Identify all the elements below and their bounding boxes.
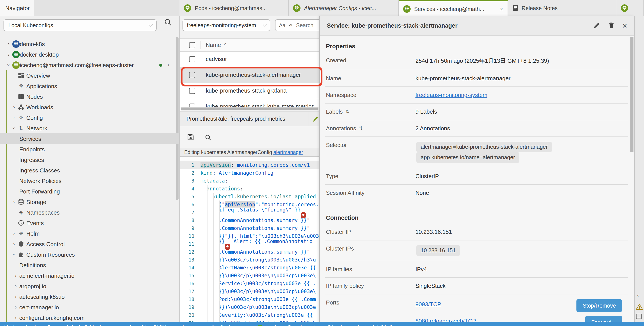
- sidebar-item-custom-resources[interactable]: ›Custom Resources: [0, 249, 180, 260]
- warning-icon[interactable]: [636, 304, 643, 312]
- chevron-right-icon[interactable]: ›: [13, 304, 18, 310]
- edit-icon[interactable]: [312, 116, 319, 124]
- sidebar-item-icecheng-mathmast-com-freeleaps-cluster[interactable]: ›☸icecheng@mathmast.com@freeleaps-cluste…: [0, 60, 180, 70]
- chevron-right-icon[interactable]: ›: [13, 315, 18, 320]
- sidebar-item-network-policies[interactable]: Network Policies: [0, 176, 180, 186]
- table-row-kube-prometheus-stack-grafana[interactable]: kube-prometheus-stack-grafana: [180, 83, 320, 99]
- chevron-right-icon[interactable]: ›: [12, 241, 17, 246]
- chevron-right-icon[interactable]: ›: [12, 104, 17, 110]
- horizontal-scrollbar-thumb[interactable]: [181, 108, 318, 110]
- active-cluster-status[interactable]: ☸ icecheng@mathmast.com@freeleaps-cluste…: [257, 324, 393, 326]
- alertmanager-config-link[interactable]: alertmanager: [273, 150, 303, 155]
- row-checkbox[interactable]: [189, 88, 195, 94]
- tab-release-notes[interactable]: Release Notes: [508, 0, 616, 16]
- sidebar-item-configuration-konghq-com[interactable]: ›configuration.konghq.com: [0, 312, 180, 323]
- sidebar-item-namespaces[interactable]: ◈Namespaces: [0, 207, 180, 218]
- sidebar-item-applications[interactable]: ❖Applications: [0, 81, 180, 91]
- sidebar-item-autoscaling-k8s-io[interactable]: ›autoscaling.k8s.io: [0, 291, 180, 302]
- sidebar-item-access-control[interactable]: ›Access Control: [0, 239, 180, 249]
- sidebar-item-config[interactable]: ›⚙Config: [0, 112, 180, 123]
- chevron-right-icon[interactable]: ›: [12, 231, 17, 236]
- chevron-down-icon[interactable]: ›: [12, 252, 17, 257]
- select-all-checkbox[interactable]: [189, 42, 195, 48]
- sidebar-item-docker-desktop[interactable]: ›☸docker-desktop: [0, 49, 180, 60]
- match-case-icon[interactable]: Aa: [279, 22, 285, 28]
- sidebar-item-overview[interactable]: Overview: [0, 70, 180, 81]
- sidebar-item-events[interactable]: Events: [0, 218, 180, 228]
- regex-icon[interactable]: ▪*: [288, 22, 292, 28]
- tab-close-icon[interactable]: ×: [500, 6, 503, 12]
- namespace-select[interactable]: freeleaps-monitoring-system: [182, 19, 270, 31]
- yaml-editor[interactable]: 1apiVersion: monitoring.coreos.com/v12ki…: [180, 161, 320, 326]
- kubernetes-icon: ☸: [12, 40, 20, 48]
- sidebar-item-helm[interactable]: ›⎈Helm: [0, 228, 180, 239]
- chevron-down-icon[interactable]: ›: [12, 126, 17, 131]
- row-checkbox[interactable]: [189, 72, 195, 78]
- row-checkbox[interactable]: [189, 56, 195, 62]
- sidebar-item-acme-cert-manager-io[interactable]: ›acme.cert-manager.io: [0, 270, 180, 281]
- terminal-dock-icon[interactable]: [636, 314, 642, 319]
- table-row-kube-prometheus-stack-kube-state-metrics[interactable]: kube-prometheus-stack-kube-state-metrics: [180, 99, 320, 107]
- code-line-16: 16 Service:\u003c/strong\u003e {{ .: [180, 280, 320, 288]
- sidebar-item-label: docker-desktop: [20, 51, 59, 58]
- sidebar-item-demo-k8s[interactable]: ›☸demo-k8s: [0, 38, 180, 49]
- collapse-chevron-icon[interactable]: ‹: [637, 292, 639, 299]
- code-line-1: 1apiVersion: monitoring.coreos.com/v1: [180, 161, 320, 169]
- tab-pods-icecheng-mathmas[interactable]: ☸Pods - icecheng@mathmas...: [180, 0, 289, 16]
- chevron-down-icon[interactable]: ›: [6, 62, 12, 68]
- sort-toggle-icon[interactable]: ⇅: [346, 109, 350, 114]
- sidebar-item-services[interactable]: Services: [0, 134, 180, 144]
- sidebar-item-network[interactable]: ›⇅Network: [0, 123, 180, 134]
- horizontal-scrollbar[interactable]: [181, 107, 319, 110]
- code-line-19: 19 }})\u003c/p\u003e\n\u003cp\u003e: [180, 303, 320, 311]
- code-line-2: 2kind: AlertmanagerConfig: [180, 169, 320, 177]
- close-icon[interactable]: ×: [622, 22, 627, 30]
- custom-resources-icon: [18, 251, 24, 258]
- sidebar-item-cert-manager-io[interactable]: ›cert-manager.io: [0, 302, 180, 312]
- sidebar-item-nodes[interactable]: Nodes: [0, 91, 180, 102]
- chevron-right-icon[interactable]: ›: [6, 52, 12, 57]
- sidebar-item-storage[interactable]: ›Storage: [0, 196, 180, 207]
- property-value-text: 254d 17h 50m ago (2025年1月13日 GMT+8 1:25:…: [416, 58, 549, 64]
- tab-alertmanager-configs-icec[interactable]: ☸Alertmanager Configs - icec...: [289, 0, 399, 16]
- editor-search-icon[interactable]: [205, 134, 212, 142]
- sidebar-item-ingresses[interactable]: Ingresses: [0, 154, 180, 165]
- chevron-right-icon[interactable]: ›: [12, 115, 17, 120]
- kubeconfig-select[interactable]: Local Kubeconfigs: [4, 19, 156, 31]
- port-link[interactable]: 9093/TCP: [416, 301, 441, 308]
- name-column-header[interactable]: Name: [206, 42, 221, 48]
- chevron-right-icon[interactable]: ›: [13, 284, 18, 289]
- search-icon[interactable]: [164, 18, 172, 28]
- edit-icon[interactable]: [593, 22, 600, 30]
- table-row-kube-prometheus-stack-alertmanager[interactable]: kube-prometheus-stack-alertmanager: [180, 68, 320, 83]
- delete-icon[interactable]: [608, 22, 614, 30]
- chevron-right-icon[interactable]: ›: [13, 273, 18, 278]
- sidebar-item-ingress-classes[interactable]: Ingress Classes: [0, 165, 180, 176]
- property-value: ClusterIP: [416, 173, 627, 180]
- chevron-right-icon[interactable]: ›: [12, 199, 17, 204]
- section-heading: Properties: [326, 43, 628, 50]
- search-input[interactable]: [295, 22, 320, 29]
- row-checkbox[interactable]: [189, 104, 195, 107]
- sidebar-item-definitions[interactable]: Definitions: [0, 260, 180, 270]
- tab-services-icecheng-math[interactable]: ☸Services - icecheng@math...×: [399, 0, 508, 17]
- save-icon[interactable]: [187, 134, 194, 142]
- tab-overflow[interactable]: ☸: [616, 0, 644, 16]
- stop-remove-button[interactable]: Stop/Remove: [577, 299, 622, 312]
- sidebar-item-workloads[interactable]: ›Workloads: [0, 102, 180, 112]
- sort-toggle-icon[interactable]: ⇅: [359, 126, 362, 131]
- namespace-link[interactable]: freeleaps-monitoring-system: [416, 92, 488, 98]
- drawer-scrollbar[interactable]: [630, 37, 634, 152]
- sidebar-item-endpoints[interactable]: Endpoints: [0, 144, 180, 154]
- chevron-right-icon[interactable]: ›: [168, 62, 169, 68]
- chevron-right-icon[interactable]: ›: [13, 294, 18, 299]
- chevron-right-icon[interactable]: ›: [6, 41, 12, 46]
- indent-guide: [213, 192, 214, 326]
- sort-ascending-icon[interactable]: ^: [224, 42, 226, 47]
- sidebar-item-label: Custom Resources: [26, 251, 75, 258]
- sidebar-item-argoproj-io[interactable]: ›argoproj.io: [0, 281, 180, 291]
- code-text: AlertName:\u003c/strong\u003e {{: [200, 264, 316, 271]
- property-label-text: IP family policy: [326, 282, 364, 289]
- table-row-cadvisor[interactable]: cadvisor: [180, 52, 320, 68]
- sidebar-item-port-forwarding[interactable]: Port Forwarding: [0, 186, 180, 196]
